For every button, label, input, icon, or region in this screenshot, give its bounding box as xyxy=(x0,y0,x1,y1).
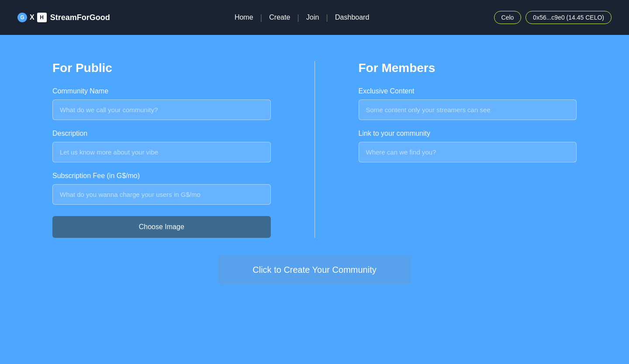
description-input[interactable] xyxy=(52,142,271,162)
brand: G X H StreamForGood xyxy=(17,13,110,22)
main-content: For Public Community Name Description Su… xyxy=(0,35,629,364)
subscription-fee-input[interactable] xyxy=(52,184,271,205)
form-container: For Public Community Name Description Su… xyxy=(52,61,577,238)
exclusive-content-label: Exclusive Content xyxy=(359,87,577,95)
public-title: For Public xyxy=(52,61,271,75)
exclusive-content-input[interactable] xyxy=(359,100,577,120)
description-label: Description xyxy=(52,130,271,137)
brand-name: StreamForGood xyxy=(50,13,110,22)
brand-icons: G X H xyxy=(17,13,47,22)
navbar: G X H StreamForGood Home | Create | Join… xyxy=(0,0,629,35)
nav-join[interactable]: Join xyxy=(299,14,326,21)
community-name-label: Community Name xyxy=(52,87,271,95)
create-btn-container: Click to Create Your Community xyxy=(52,255,577,285)
members-section: For Members Exclusive Content Link to yo… xyxy=(332,61,577,238)
wallet-address-badge[interactable]: 0x56...c9e0 (14.45 CELO) xyxy=(525,11,612,24)
wallet-section: Celo 0x56...c9e0 (14.45 CELO) xyxy=(494,11,612,24)
nav-dashboard[interactable]: Dashboard xyxy=(328,14,376,21)
brand-icon-x: X xyxy=(30,14,35,21)
nav-menu: Home | Create | Join | Dashboard xyxy=(228,13,376,22)
members-title: For Members xyxy=(359,61,577,75)
public-section: For Public Community Name Description Su… xyxy=(52,61,297,238)
form-divider xyxy=(314,61,315,238)
community-link-input[interactable] xyxy=(359,142,577,162)
nav-create[interactable]: Create xyxy=(262,14,297,21)
choose-image-button[interactable]: Choose Image xyxy=(52,216,271,238)
nav-home[interactable]: Home xyxy=(228,14,260,21)
brand-icon-h: H xyxy=(37,13,47,22)
community-name-input[interactable] xyxy=(52,100,271,120)
community-link-label: Link to your community xyxy=(359,130,577,137)
subscription-fee-label: Subscription Fee (in G$/mo) xyxy=(52,172,271,180)
brand-icon-g: G xyxy=(17,13,27,22)
wallet-network-badge[interactable]: Celo xyxy=(494,11,522,24)
create-community-button[interactable]: Click to Create Your Community xyxy=(218,255,411,285)
